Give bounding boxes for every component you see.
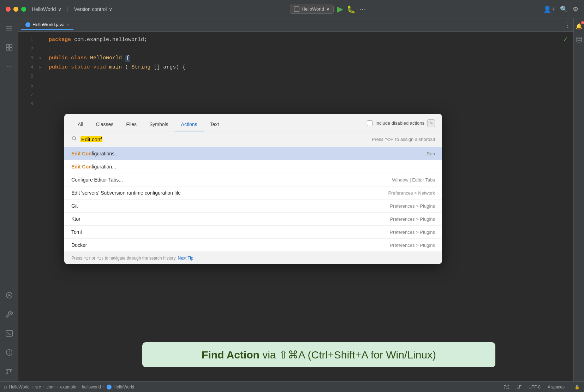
code-line-3: 3 ▷ public class HelloWorld { <box>18 54 573 63</box>
sidebar-icon-run[interactable] <box>3 289 16 302</box>
version-control-label: Version control <box>74 6 107 12</box>
sidebar-icon-build[interactable] <box>3 308 16 321</box>
more-actions-button[interactable]: ⋯ <box>359 5 366 13</box>
svg-marker-5 <box>8 294 11 296</box>
footer-text: Press ⌥↑ or ⌥↓ to navigate through the s… <box>71 256 175 261</box>
run-config-icon <box>294 6 299 12</box>
search-input-display[interactable]: Edit conf <box>81 136 368 142</box>
result-item-configure-editor-tabs[interactable]: Configure Editor Tabs... Window | Editor… <box>64 173 442 186</box>
status-right: 7:2 LF UTF-8 4 spaces 🔒 <box>503 385 580 390</box>
popup-tab-all[interactable]: All <box>71 119 90 131</box>
titlebar-center: HelloWorld ∨ ▶ 🐛 ⋯ <box>118 5 538 14</box>
svg-rect-3 <box>9 48 12 50</box>
encoding[interactable]: UTF-8 <box>529 385 541 390</box>
run-config-selector[interactable]: HelloWorld ∨ <box>290 5 333 14</box>
svg-point-13 <box>72 137 76 140</box>
line-ending[interactable]: LF <box>517 385 522 390</box>
java-file-icon <box>25 22 30 27</box>
result-item-ktor[interactable]: Ktor Preferences > Plugins <box>64 213 442 226</box>
popup-footer: Press ⌥↑ or ⌥↓ to navigate through the s… <box>64 252 442 264</box>
run-config-chevron-icon: ∨ <box>326 6 330 12</box>
code-line-8: 8 <box>18 100 573 109</box>
result-item-toml[interactable]: Toml Preferences > Plugins <box>64 226 442 239</box>
svg-point-14 <box>577 37 582 39</box>
result-shortcut: Preferences > Network <box>388 190 435 196</box>
settings-icon[interactable]: ⚙ <box>573 5 578 13</box>
svg-point-12 <box>6 373 8 374</box>
lock-icon[interactable]: 🔒 <box>574 385 580 390</box>
code-line-5: 5 <box>18 72 573 81</box>
indent[interactable]: 4 spaces <box>548 385 565 390</box>
tab-label: HelloWorld.java <box>32 22 65 27</box>
sidebar-icon-git[interactable] <box>3 365 16 378</box>
breadcrumb: □ HelloWorld › src › com › example › hel… <box>4 385 134 390</box>
result-name: Git <box>71 203 390 209</box>
tab-helloworld-java[interactable]: HelloWorld.java × <box>21 20 73 30</box>
sidebar-icon-more[interactable]: ··· <box>3 60 16 73</box>
result-shortcut: Run <box>427 151 435 156</box>
tab-more-button[interactable]: ⋮ <box>564 21 571 29</box>
maximize-button[interactable] <box>21 7 26 12</box>
popup-tab-files[interactable]: Files <box>120 119 143 131</box>
minimize-button[interactable] <box>13 7 18 12</box>
sidebar-icon-terminal[interactable] <box>3 327 16 340</box>
notification-badge-dot <box>581 21 584 24</box>
tab-bar: HelloWorld.java × ⋮ <box>18 18 573 32</box>
search-icon[interactable]: 🔍 <box>560 5 568 13</box>
version-control-selector[interactable]: Version control ∨ <box>74 6 113 12</box>
sidebar-icon-problems[interactable] <box>3 346 16 359</box>
traffic-lights <box>6 7 26 12</box>
find-action-banner: Find Action via ⇧⌘A (Ctrl+Shift+A for Wi… <box>142 342 495 367</box>
breadcrumb-project: HelloWorld <box>9 385 29 390</box>
popup-tab-text[interactable]: Text <box>204 119 226 131</box>
database-icon[interactable] <box>575 35 583 44</box>
result-item-edit-configurations[interactable]: Edit Configurations... Run <box>64 147 442 160</box>
add-user-icon[interactable]: 👤+ <box>543 5 555 13</box>
popup-tab-actions[interactable]: Actions <box>175 119 204 131</box>
project-selector[interactable]: HelloWorld ∨ <box>32 6 61 12</box>
titlebar-separator: | <box>67 6 68 12</box>
breadcrumb-example: example <box>60 385 76 390</box>
include-disabled-label: Include disabled actions <box>375 120 424 126</box>
breadcrumb-folder-icon: □ <box>4 385 7 390</box>
left-sidebar: ··· <box>0 18 18 381</box>
popup-tab-bar: All Classes Files Symbols Actions Text I… <box>64 114 442 131</box>
result-item-docker[interactable]: Docker Preferences > Plugins <box>64 239 442 252</box>
next-tip-link[interactable]: Next Tip <box>178 256 193 261</box>
result-shortcut: Preferences > Plugins <box>390 243 435 248</box>
debug-button[interactable]: 🐛 <box>347 5 356 13</box>
run-button[interactable]: ▶ <box>337 5 343 14</box>
result-name: Toml <box>71 229 390 235</box>
right-panel: 🔔 <box>573 18 584 381</box>
close-button[interactable] <box>6 7 11 12</box>
popup-search-bar: Edit conf Press ⌥↵ to assign a shortcut <box>64 131 442 147</box>
result-name: Edit 'servers' Subversion runtime config… <box>71 190 388 196</box>
result-name: Edit Configurations... <box>71 151 427 156</box>
notifications-icon[interactable]: 🔔 <box>575 22 583 30</box>
code-line-6: 6 <box>18 81 573 90</box>
cursor-position[interactable]: 7:2 <box>503 385 509 390</box>
run-config-name: HelloWorld <box>302 6 324 12</box>
popup-results-list: Edit Configurations... Run Edit Configur… <box>64 147 442 252</box>
editor-area: HelloWorld.java × ⋮ ✓ 1 package com.exam… <box>18 18 573 381</box>
popup-expand-button[interactable]: ⤡ <box>427 119 435 127</box>
banner-normal-text: via ⇧⌘A (Ctrl+Shift+A for Win/Linux) <box>260 349 436 361</box>
sidebar-icon-structure[interactable] <box>3 41 16 54</box>
result-item-edit-configuration[interactable]: Edit Configuration... <box>64 160 442 173</box>
breadcrumb-src: src <box>35 385 41 390</box>
result-shortcut: Preferences > Plugins <box>390 230 435 235</box>
tab-close-button[interactable]: × <box>67 22 69 27</box>
svg-point-11 <box>10 369 12 370</box>
result-item-edit-servers-subversion[interactable]: Edit 'servers' Subversion runtime config… <box>64 186 442 200</box>
code-line-2: 2 <box>18 44 573 54</box>
sidebar-icon-files[interactable] <box>3 22 16 35</box>
include-disabled-checkbox[interactable] <box>367 120 373 126</box>
result-name: Configure Editor Tabs... <box>71 177 392 183</box>
svg-rect-2 <box>6 48 8 50</box>
popup-tab-classes[interactable]: Classes <box>90 119 120 131</box>
banner-bold-text: Find Action <box>202 349 260 361</box>
breadcrumb-helloworld-pkg: helloworld <box>82 385 101 390</box>
result-item-git[interactable]: Git Preferences > Plugins <box>64 200 442 213</box>
popup-tab-symbols[interactable]: Symbols <box>143 119 175 131</box>
svg-rect-6 <box>6 331 12 337</box>
